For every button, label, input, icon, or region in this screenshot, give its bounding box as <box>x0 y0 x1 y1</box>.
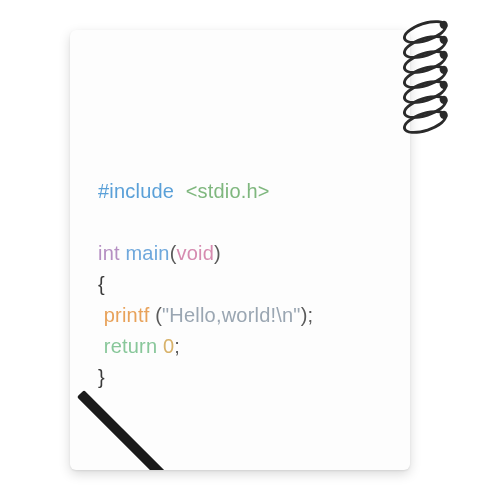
code-include-header: <stdio.h> <box>186 180 270 202</box>
code-string-literal: "Hello,world!\n" <box>162 304 301 326</box>
code-return: return <box>104 335 157 357</box>
spiral-binding <box>402 22 462 127</box>
code-include-directive: #include <box>98 180 174 202</box>
code-semicolon: ; <box>174 335 180 357</box>
elastic-band <box>70 370 170 470</box>
code-brace-open: { <box>98 273 105 295</box>
notebook: #include <stdio.h> int main(void) { prin… <box>70 30 410 470</box>
code-void: void <box>177 242 215 264</box>
code-printf: printf <box>104 304 150 326</box>
code-paren-close: ) <box>214 242 221 264</box>
code-paren-open: ( <box>170 242 177 264</box>
code-return-val: 0 <box>163 335 174 357</box>
code-printf-close: ); <box>301 304 314 326</box>
code-type-int: int <box>98 242 120 264</box>
code-print: #include <stdio.h> int main(void) { prin… <box>98 145 313 393</box>
code-func-main: main <box>126 242 170 264</box>
code-printf-paren: ( <box>149 304 162 326</box>
product-stage: #include <stdio.h> int main(void) { prin… <box>60 20 440 480</box>
